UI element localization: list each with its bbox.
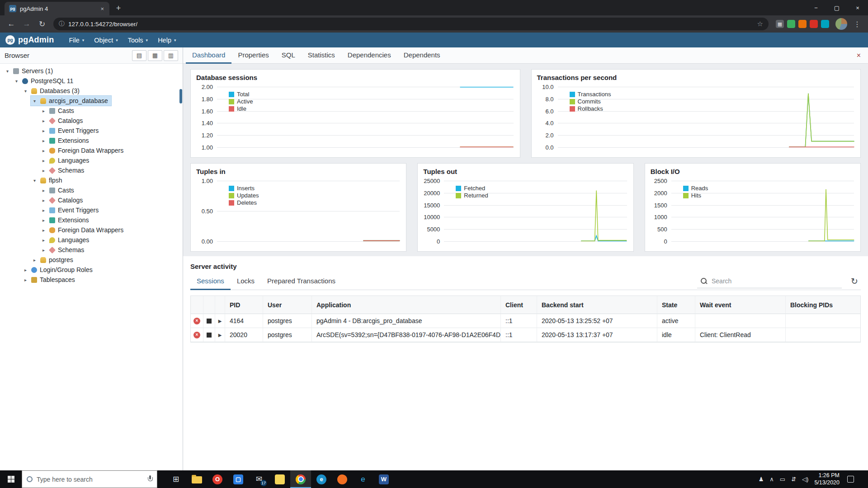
tab-sql[interactable]: SQL [275,47,302,64]
tree-item-languages[interactable]: ▸Languages [0,235,183,245]
chrome-icon[interactable] [290,470,311,488]
caret-right-icon[interactable]: ▸ [23,277,28,282]
menu-object[interactable]: Object▾ [89,33,123,47]
new-tab-button[interactable]: + [112,2,125,14]
caret-right-icon[interactable]: ▸ [41,158,47,163]
tree-item-postgres[interactable]: ▸postgres [0,255,183,265]
network-icon[interactable]: ⇵ [791,476,796,483]
volume-icon[interactable]: ◁) [802,476,808,483]
caret-right-icon[interactable]: ▸ [41,248,47,253]
bookmark-star-icon[interactable]: ☆ [757,20,763,28]
menu-file[interactable]: File▾ [64,33,89,47]
tree-item-arcgis-pro-database[interactable]: ▾arcgis_pro_database [0,96,183,106]
tree-item-schemas[interactable]: ▸Schemas [0,245,183,255]
window-minimize-button[interactable]: − [806,0,826,15]
tab-dependents[interactable]: Dependents [397,47,447,64]
caret-right-icon[interactable]: ▸ [41,148,47,153]
caret-right-icon[interactable]: ▸ [41,168,47,173]
edge-icon[interactable]: e [311,470,332,488]
caret-right-icon[interactable]: ▸ [41,198,47,203]
taskbar-search[interactable]: Type here to search [22,470,157,488]
address-bar[interactable]: ⓘ 127.0.0.1:54272/browser/ ☆ [53,18,769,30]
tab-dashboard[interactable]: Dashboard [186,47,231,64]
tree-item-catalogs[interactable]: ▸Catalogs [0,195,183,205]
tree-item-languages[interactable]: ▸Languages [0,155,183,165]
caret-right-icon[interactable]: ▸ [41,118,47,123]
tree-item-extensions[interactable]: ▸Extensions [0,136,183,145]
session-search[interactable] [697,275,842,288]
tree-item-foreign-data-wrappers[interactable]: ▸Foreign Data Wrappers [0,225,183,235]
tree-layout-icon[interactable]: ▥ [164,50,178,61]
extension-teal-icon[interactable] [821,20,829,28]
tree-item-postgresql-11[interactable]: ▾PostgreSQL 11 [0,76,183,86]
people-icon[interactable]: ♟ [759,476,764,483]
tab-locks[interactable]: Locks [231,273,261,290]
tree-item-event-triggers[interactable]: ▸Event Triggers [0,205,183,215]
search-input[interactable] [712,277,838,285]
terminate-session-icon[interactable]: × [193,318,200,324]
cancel-query-icon[interactable] [207,319,212,324]
start-button[interactable] [0,470,22,488]
terminate-session-icon[interactable]: × [193,332,200,338]
word-icon[interactable]: W [373,470,394,488]
opera-icon[interactable]: O [207,470,228,488]
caret-right-icon[interactable]: ▸ [41,108,47,113]
menu-help[interactable]: Help▾ [153,33,181,47]
store-icon[interactable]: ▢ [228,470,249,488]
sticky-notes-icon[interactable] [269,470,290,488]
window-close-button[interactable]: × [847,0,868,15]
caret-right-icon[interactable]: ▸ [41,218,47,223]
caret-right-icon[interactable]: ▸ [41,208,47,213]
column-header-icon[interactable] [215,296,225,314]
profile-avatar[interactable] [835,18,847,30]
caret-down-icon[interactable]: ▾ [14,79,19,84]
cancel-query-icon[interactable] [207,333,212,338]
tree-item-foreign-data-wrappers[interactable]: ▸Foreign Data Wrappers [0,145,183,155]
tree-item-catalogs[interactable]: ▸Catalogs [0,116,183,126]
tree-item-casts[interactable]: ▸Casts [0,185,183,195]
column-header-state[interactable]: State [657,296,695,314]
tree-item-casts[interactable]: ▸Casts [0,106,183,116]
tree-item-servers-1[interactable]: ▾Servers (1) [0,66,183,76]
caret-right-icon[interactable]: ▸ [32,258,38,263]
caret-right-icon[interactable]: ▸ [41,128,47,133]
tree-item-flpsh[interactable]: ▾flpsh [0,175,183,185]
caret-right-icon[interactable]: ▸ [41,138,47,143]
mail-icon[interactable]: ✉17 [249,470,269,488]
caret-down-icon[interactable]: ▾ [32,178,38,183]
caret-right-icon[interactable]: ▸ [23,267,28,272]
expand-row-icon[interactable]: ▶ [218,333,222,338]
caret-down-icon[interactable]: ▾ [23,89,28,94]
column-header-blocking-pids[interactable]: Blocking PIDs [786,296,860,314]
sidebar-scrollbar-thumb[interactable] [179,89,182,103]
tree-item-tablespaces[interactable]: ▸Tablespaces [0,275,183,285]
pen-icon[interactable]: ▭ [780,476,785,483]
action-center-icon[interactable] [847,476,854,483]
taskbar-clock[interactable]: 1:26 PM 5/13/2020 [814,472,840,486]
column-header-pid[interactable]: PID [225,296,263,314]
menu-tools[interactable]: Tools▾ [123,33,153,47]
tree-item-schemas[interactable]: ▸Schemas [0,165,183,175]
caret-right-icon[interactable]: ▸ [41,188,47,193]
forward-button[interactable]: → [20,17,33,31]
caret-right-icon[interactable]: ▸ [41,228,47,233]
column-header-backend-start[interactable]: Backend start [537,296,657,314]
refresh-icon[interactable]: ↻ [848,276,861,286]
tab-sessions[interactable]: Sessions [190,273,231,290]
column-header-client[interactable]: Client [501,296,537,314]
extension-green-icon[interactable] [787,20,795,28]
tree-item-extensions[interactable]: ▸Extensions [0,215,183,225]
extension-orange-icon[interactable] [798,20,807,28]
grid-view-icon[interactable]: ▦ [148,50,162,61]
column-header-application[interactable]: Application [312,296,501,314]
extension-red-icon[interactable] [810,20,818,28]
tree-item-databases-3[interactable]: ▾Databases (3) [0,86,183,96]
task-view-icon[interactable]: ⊞ [165,470,186,488]
extensions-grid-icon[interactable]: ▦ [776,20,784,28]
reload-button[interactable]: ↻ [35,17,49,31]
file-explorer-icon[interactable] [186,470,207,488]
site-info-icon[interactable]: ⓘ [59,20,65,28]
tab-properties[interactable]: Properties [231,47,275,64]
back-button[interactable]: ← [5,17,18,31]
tree-item-login-group-roles[interactable]: ▸Login/Group Roles [0,265,183,275]
